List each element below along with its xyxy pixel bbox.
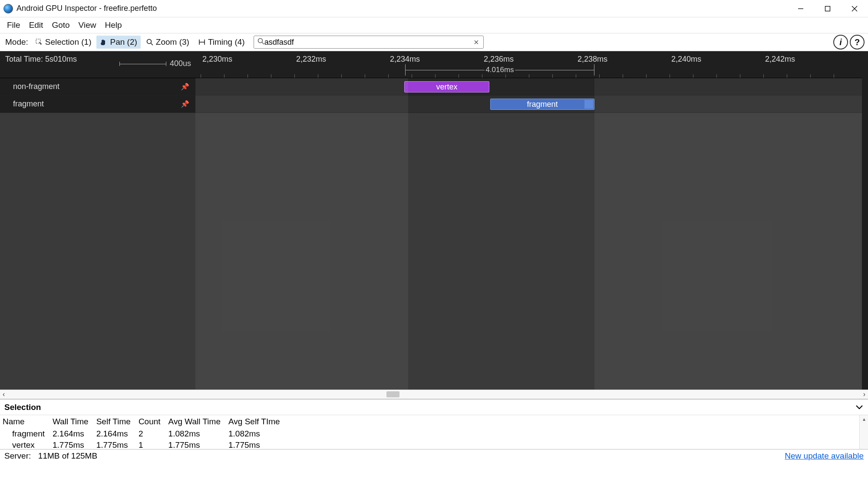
slice-vertex[interactable]: vertex [404,81,489,93]
col-name[interactable]: Name [0,415,50,428]
col-avg-wall[interactable]: Avg Wall Time [166,415,226,428]
pin-icon[interactable]: 📌 [181,83,189,91]
toolbar: Mode: Selection (1) Pan (2) Zoom (3) Tim… [0,33,868,51]
scale-indicator: 400us [119,59,191,68]
search-icon [257,37,264,47]
col-count[interactable]: Count [136,415,166,428]
server-label: Server: [4,451,31,460]
help-icon: ? [855,37,860,47]
scroll-up-icon[interactable]: ▴ [863,416,865,422]
scale-label: 400us [170,59,191,68]
track-row-non-fragment[interactable]: non-fragment 📌 vertex [0,78,868,96]
app-icon [3,4,13,13]
menu-file[interactable]: File [3,19,25,32]
zoom-icon [146,38,154,46]
mode-timing-label: Timing (4) [208,37,245,47]
mode-timing[interactable]: Timing (4) [195,36,248,49]
timeline-right-gutter [862,51,868,390]
status-bar: Server: 11MB of 125MB New update availab… [0,449,868,462]
slice-label: fragment [527,100,558,109]
track-row-fragment[interactable]: fragment 📌 fragment [0,96,868,113]
ruler-ticks[interactable]: 2,230ms 2,232ms 2,234ms 2,236ms 2,238ms … [195,51,868,78]
selection-icon [35,38,43,46]
total-time-label: Total Time: 5s010ms [5,55,77,64]
tick-label: 2,234ms [390,55,420,63]
svg-point-10 [258,39,262,43]
track-label: fragment [13,99,44,109]
menu-help[interactable]: Help [100,19,126,32]
svg-line-6 [151,43,153,46]
tick-label: 2,240ms [671,55,701,63]
selection-vscroll[interactable]: ▴ [859,415,868,449]
tick-label: 2,238ms [578,55,607,63]
timeline-shade-left [195,78,408,390]
info-icon: i [839,37,842,47]
svg-line-11 [262,43,264,45]
menu-goto[interactable]: Goto [47,19,74,32]
close-button[interactable] [841,0,868,17]
table-row[interactable]: vertex 1.775ms 1.775ms 1 1.775ms 1.775ms [0,439,285,449]
svg-rect-1 [825,6,830,11]
col-avg-self[interactable]: Avg Self TIme [226,415,285,428]
server-memory: 11MB of 125MB [38,451,97,460]
mode-label: Mode: [3,37,30,47]
menu-edit[interactable]: Edit [25,19,48,32]
mode-selection[interactable]: Selection (1) [32,36,95,49]
maximize-button[interactable] [814,0,841,17]
scroll-thumb[interactable] [386,391,399,397]
mode-pan-label: Pan (2) [110,37,137,47]
track-label: non-fragment [13,82,59,91]
update-link[interactable]: New update available [785,451,864,461]
mode-selection-label: Selection (1) [45,37,92,47]
slice-handle[interactable] [584,100,593,109]
window-title: Android GPU Inspector - freefire.perfett… [17,4,157,13]
pan-icon [100,38,108,46]
pin-icon[interactable]: 📌 [181,100,189,108]
window-controls [787,0,868,17]
table-row[interactable]: fragment 2.164ms 2.164ms 2 1.082ms 1.082… [0,428,285,439]
menu-view[interactable]: View [74,19,101,32]
search-input[interactable] [264,38,472,47]
selection-header[interactable]: Selection [0,400,868,415]
tick-label: 2,230ms [202,55,232,63]
timeline-tracks[interactable]: non-fragment 📌 vertex fragment 📌 fragmen… [0,78,868,113]
slice-label: vertex [436,83,457,92]
help-button[interactable]: ? [850,35,865,50]
horizontal-scrollbar[interactable]: ‹ › [0,390,868,399]
title-bar: Android GPU Inspector - freefire.perfett… [0,0,868,17]
selection-title: Selection [4,403,41,412]
scroll-right-icon[interactable]: › [863,390,865,398]
info-button[interactable]: i [833,35,848,50]
minimize-button[interactable] [787,0,814,17]
svg-point-5 [147,40,151,44]
timeline[interactable]: Total Time: 5s010ms 400us 2,230ms 2,232m… [0,51,868,390]
tick-label: 2,236ms [484,55,514,63]
selection-table[interactable]: Name Wall Time Self Time Count Avg Wall … [0,415,859,449]
col-self-time[interactable]: Self Time [94,415,136,428]
tick-label: 2,242ms [765,55,795,63]
menu-bar: File Edit Goto View Help [0,17,868,33]
search-clear-icon[interactable]: × [472,37,481,47]
mode-pan[interactable]: Pan (2) [96,36,140,49]
search-box[interactable]: × [254,36,484,49]
col-wall-time[interactable]: Wall Time [50,415,94,428]
mode-zoom-label: Zoom (3) [156,37,189,47]
timing-icon [198,38,206,46]
timeline-shade-right [594,78,862,390]
slice-fragment[interactable]: fragment [490,99,594,110]
timeline-ruler[interactable]: Total Time: 5s010ms 400us 2,230ms 2,232m… [0,51,868,78]
range-label: 4.016ms [485,66,514,74]
chevron-down-icon[interactable] [855,403,864,412]
tick-label: 2,232ms [296,55,326,63]
range-indicator: 4.016ms [405,64,594,76]
mode-zoom[interactable]: Zoom (3) [142,36,193,49]
selection-panel: Selection Name Wall Time Self Time Count… [0,399,868,449]
